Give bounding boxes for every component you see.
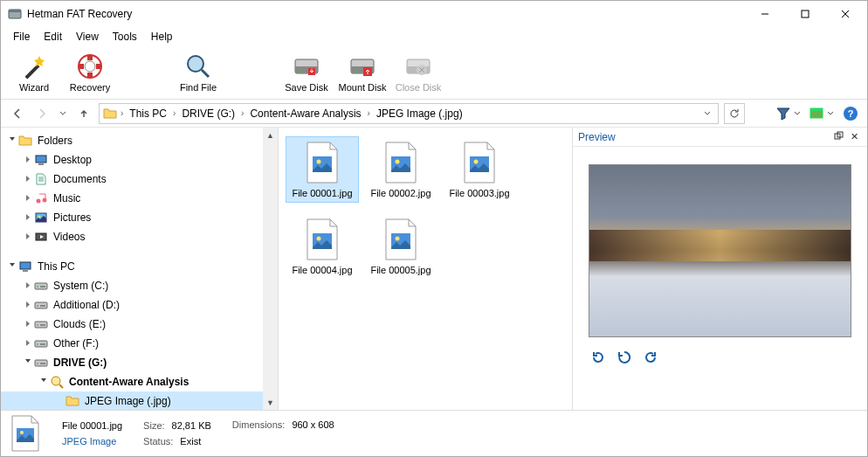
expand-icon[interactable]	[22, 281, 34, 291]
magnifier-icon	[50, 375, 64, 389]
expand-icon[interactable]	[22, 194, 34, 204]
tree-drive-item[interactable]: Clouds (E:)	[1, 315, 278, 334]
help-button[interactable]: ?	[841, 104, 860, 123]
scroll-down-button[interactable]: ▼	[263, 395, 278, 410]
crumb-jpeg[interactable]: JPEG Image (.jpg)	[374, 107, 465, 120]
rotate-reset-icon[interactable]	[617, 350, 632, 365]
find-file-label: Find File	[180, 82, 217, 93]
status-label: Status:	[143, 436, 173, 447]
tree-label: Other (F:)	[53, 337, 99, 350]
file-name: File 00002.jpg	[370, 188, 431, 198]
tree-drive-item[interactable]: Additional (D:)	[1, 295, 278, 315]
menu-file[interactable]: File	[6, 29, 37, 45]
folder-type-icon	[34, 172, 48, 186]
breadcrumb-separator[interactable]	[119, 108, 125, 118]
expand-icon[interactable]	[22, 232, 34, 242]
close-disk-button: Close Disk	[390, 47, 446, 98]
menu-edit[interactable]: Edit	[37, 29, 69, 45]
preview-image	[589, 164, 851, 337]
nav-history-dropdown[interactable]	[57, 104, 69, 123]
view-mode-button[interactable]	[808, 105, 836, 122]
file-item[interactable]: File 00002.jpg	[364, 136, 437, 203]
breadcrumb-separator[interactable]	[171, 108, 177, 118]
tree-analysis[interactable]: Content-Aware Analysis	[1, 372, 278, 391]
crumb-analysis[interactable]: Content-Aware Analysis	[247, 107, 363, 120]
file-item[interactable]: File 00003.jpg	[443, 136, 516, 203]
breadcrumb-separator[interactable]	[366, 108, 372, 118]
svg-point-9	[85, 61, 95, 72]
expand-icon[interactable]	[22, 213, 34, 223]
file-item[interactable]: File 00001.jpg	[286, 136, 359, 203]
nav-back-button[interactable]	[8, 104, 27, 123]
expand-icon[interactable]	[22, 358, 34, 368]
tree-folder-item[interactable]: Documents	[1, 170, 278, 189]
dimensions-label: Dimensions:	[232, 419, 286, 430]
address-bar-row: This PC DRIVE (G:) Content-Aware Analysi…	[1, 100, 867, 128]
svg-rect-44	[40, 305, 45, 307]
collapse-icon[interactable]	[6, 262, 18, 272]
preview-popout-button[interactable]	[830, 131, 846, 142]
svg-point-65	[396, 237, 400, 241]
funnel-icon	[776, 107, 792, 121]
tree-folder-item[interactable]: Desktop	[1, 150, 278, 170]
collapse-icon[interactable]	[6, 136, 18, 146]
address-dropdown[interactable]	[700, 107, 714, 120]
wizard-button[interactable]: Wizard	[6, 47, 62, 98]
tree-drive-item[interactable]: DRIVE (G:)	[1, 353, 278, 372]
tree-folder-item[interactable]: Pictures	[1, 208, 278, 227]
folder-type-icon	[34, 211, 48, 225]
svg-point-18	[355, 70, 358, 73]
save-disk-button[interactable]: Save Disk	[279, 47, 334, 98]
expand-icon[interactable]	[22, 175, 34, 184]
rotate-left-icon[interactable]	[590, 350, 606, 365]
refresh-button[interactable]	[724, 103, 745, 124]
tree-jpeg-leaf[interactable]: JPEG Image (.jpg)	[1, 391, 278, 410]
tree-folder-item[interactable]: Videos	[1, 227, 278, 246]
address-bar[interactable]: This PC DRIVE (G:) Content-Aware Analysi…	[99, 103, 719, 124]
file-item[interactable]: File 00005.jpg	[364, 213, 437, 280]
preview-close-button[interactable]: ✕	[846, 131, 862, 142]
file-grid[interactable]: File 00001.jpg File 00002.jpg File 00003…	[279, 128, 572, 410]
nav-up-button[interactable]	[74, 104, 93, 123]
crumb-drive[interactable]: DRIVE (G:)	[179, 107, 238, 120]
tree-thispc-root[interactable]: This PC	[1, 257, 278, 276]
expand-icon[interactable]	[22, 320, 34, 329]
collapse-icon[interactable]	[38, 377, 50, 387]
expand-icon[interactable]	[22, 156, 34, 165]
tree-folder-item[interactable]: Music	[1, 189, 278, 208]
tree-scrollbar[interactable]: ▲ ▼	[263, 128, 278, 410]
maximize-button[interactable]	[785, 1, 825, 27]
expand-icon[interactable]	[22, 339, 34, 349]
close-button[interactable]	[825, 1, 865, 27]
chevron-down-icon	[827, 110, 834, 117]
menu-view[interactable]: View	[69, 29, 106, 45]
drive-icon	[34, 279, 48, 293]
wand-icon	[20, 52, 48, 80]
view-icon	[809, 107, 825, 121]
file-image-icon	[382, 141, 419, 184]
recovery-button[interactable]: Recovery	[62, 47, 118, 98]
menu-help[interactable]: Help	[144, 29, 180, 45]
scroll-up-button[interactable]: ▲	[263, 128, 278, 142]
rotate-right-icon[interactable]	[643, 350, 658, 365]
file-item[interactable]: File 00004.jpg	[286, 213, 359, 280]
breadcrumb-separator[interactable]	[239, 108, 245, 118]
mount-disk-button[interactable]: Mount Disk	[334, 47, 390, 98]
tree-label: This PC	[38, 260, 75, 273]
svg-point-69	[20, 431, 24, 434]
tree-drive-item[interactable]: Other (F:)	[1, 334, 278, 353]
tree-label: Additional (D:)	[53, 299, 120, 311]
minimize-button[interactable]	[745, 1, 785, 27]
crumb-this-pc[interactable]: This PC	[127, 107, 169, 120]
find-file-button[interactable]: Find File	[170, 47, 226, 98]
nav-forward-button	[32, 104, 52, 123]
tree-label: System (C:)	[53, 280, 108, 292]
tree-label: Folders	[38, 135, 72, 147]
tree-folders-root[interactable]: Folders	[1, 131, 278, 150]
menu-tools[interactable]: Tools	[106, 29, 144, 45]
expand-icon[interactable]	[22, 301, 34, 310]
toolbar: Wizard Recovery Find File Save Disk Moun…	[1, 45, 867, 100]
magnifier-icon	[184, 52, 212, 80]
tree-drive-item[interactable]: System (C:)	[1, 276, 278, 295]
filter-button[interactable]	[775, 105, 803, 122]
